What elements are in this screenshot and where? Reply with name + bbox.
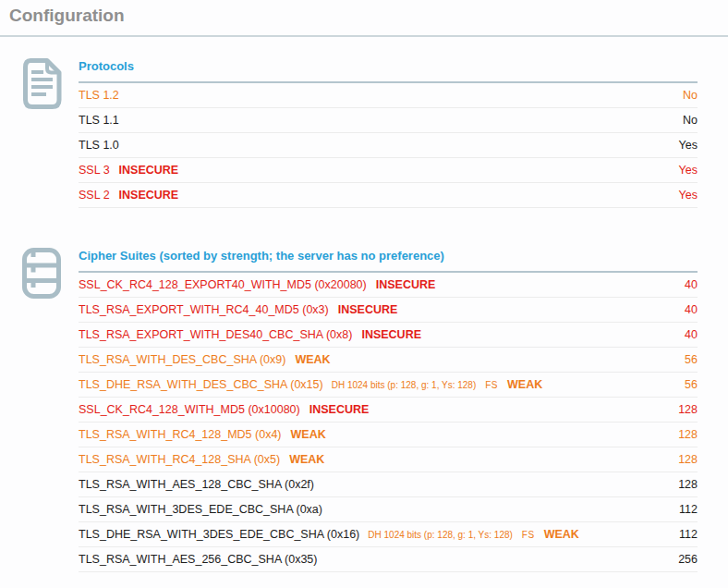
protocol-name: TLS 1.2 (79, 89, 119, 102)
dh-params-annotation: DH 1024 bits (p: 128, g: 1, Ys: 128) (368, 530, 513, 540)
page-title: Configuration (0, 0, 728, 26)
protocols-header: Protocols (79, 57, 698, 83)
strength-badge: WEAK (544, 528, 579, 541)
protocol-value: No (683, 89, 698, 102)
cipher-name: TLS_RSA_WITH_DES_CBC_SHA (0x9) (79, 353, 285, 366)
protocols-icon-column (18, 57, 79, 208)
cipher-bits: 128 (678, 428, 698, 441)
cipher-row: SSL_CK_RC4_128_WITH_MD5 (0x10080) INSECU… (79, 398, 698, 423)
security-badge: INSECURE (119, 189, 179, 202)
cipher-row: TLS_RSA_EXPORT_WITH_DES40_CBC_SHA (0x8) … (79, 323, 698, 348)
security-badge: INSECURE (119, 164, 179, 177)
cipher-name: TLS_DHE_RSA_WITH_3DES_EDE_CBC_SHA (0x16) (79, 528, 359, 541)
protocol-row: TLS 1.2 No (79, 83, 698, 108)
cipher-bits: 112 (679, 503, 698, 516)
cipher-bits: 128 (678, 478, 698, 491)
cipher-name: TLS_RSA_EXPORT_WITH_DES40_CBC_SHA (0x8) (79, 328, 352, 341)
cipher-name: TLS_RSA_WITH_RC4_128_MD5 (0x4) (79, 428, 282, 441)
cipher-bits: 128 (678, 453, 698, 466)
cipher-bits: 40 (685, 328, 698, 341)
forward-secrecy-flag: FS (485, 380, 498, 390)
cipher-name: TLS_RSA_WITH_AES_128_CBC_SHA (0x2f) (79, 478, 314, 491)
cipher-bits: 40 (685, 303, 698, 316)
cipher-name: TLS_RSA_EXPORT_WITH_RC4_40_MD5 (0x3) (79, 303, 329, 316)
ciphers-icon-column (18, 247, 79, 572)
cipher-name: TLS_RSA_WITH_AES_256_CBC_SHA (0x35) (79, 553, 317, 566)
cipher-row: TLS_RSA_EXPORT_WITH_RC4_40_MD5 (0x3) INS… (79, 298, 698, 323)
cipher-name: SSL_CK_RC4_128_WITH_MD5 (0x10080) (79, 403, 300, 416)
cipher-suites-table: Cipher Suites (sorted by strength; the s… (79, 247, 698, 572)
protocol-value: Yes (679, 139, 698, 152)
strength-badge: INSECURE (338, 303, 398, 316)
strength-badge: INSECURE (361, 328, 421, 341)
strength-badge: WEAK (295, 353, 330, 366)
title-divider (0, 35, 728, 37)
protocols-table: Protocols TLS 1.2 No TLS 1.1 No TLS 1.0 … (79, 57, 698, 208)
protocol-row: SSL 3 INSECURE Yes (79, 158, 698, 183)
forward-secrecy-flag: FS (522, 530, 535, 540)
strength-badge: WEAK (291, 428, 326, 441)
dh-params-annotation: DH 1024 bits (p: 128, g: 1, Ys: 128) (332, 380, 477, 390)
protocol-name: TLS 1.0 (79, 139, 119, 152)
cipher-row: TLS_RSA_WITH_AES_256_CBC_SHA (0x35) 256 (79, 547, 698, 572)
protocol-row: TLS 1.0 Yes (79, 133, 698, 158)
cipher-suites-section: Cipher Suites (sorted by strength; the s… (18, 247, 698, 572)
protocol-value: No (683, 114, 698, 127)
protocol-name: SSL 2 (79, 189, 110, 202)
cipher-name: TLS_DHE_RSA_WITH_DES_CBC_SHA (0x15) (79, 378, 323, 391)
cipher-name: SSL_CK_RC4_128_EXPORT40_WITH_MD5 (0x2008… (79, 278, 367, 291)
document-icon (18, 97, 67, 113)
strength-badge: INSECURE (309, 403, 370, 416)
cipher-row: TLS_RSA_WITH_AES_128_CBC_SHA (0x2f) 128 (79, 472, 698, 497)
cipher-row: TLS_RSA_WITH_3DES_EDE_CBC_SHA (0xa) 112 (79, 497, 698, 522)
cipher-name: TLS_RSA_WITH_3DES_EDE_CBC_SHA (0xa) (79, 503, 322, 516)
stack-icon (18, 287, 63, 302)
strength-badge: INSECURE (376, 278, 436, 291)
cipher-row: TLS_DHE_RSA_WITH_DES_CBC_SHA (0x15) DH 1… (79, 373, 698, 398)
protocol-name: TLS 1.1 (79, 114, 119, 127)
cipher-bits: 128 (678, 403, 698, 416)
protocol-name: SSL 3 (79, 164, 110, 177)
cipher-bits: 256 (678, 553, 698, 566)
protocol-value: Yes (679, 164, 698, 177)
cipher-row: SSL_CK_RC4_128_EXPORT40_WITH_MD5 (0x2008… (79, 273, 698, 298)
cipher-row: TLS_RSA_WITH_RC4_128_SHA (0x5) WEAK 128 (79, 447, 698, 472)
cipher-bits: 40 (685, 278, 698, 291)
strength-badge: WEAK (289, 453, 324, 466)
protocol-row: SSL 2 INSECURE Yes (79, 183, 698, 208)
cipher-bits: 56 (685, 378, 698, 391)
cipher-suites-header: Cipher Suites (sorted by strength; the s… (79, 247, 698, 273)
cipher-row: TLS_RSA_WITH_RC4_128_MD5 (0x4) WEAK 128 (79, 423, 698, 447)
protocols-section: Protocols TLS 1.2 No TLS 1.1 No TLS 1.0 … (18, 57, 698, 208)
protocol-row: TLS 1.1 No (79, 108, 698, 133)
cipher-row: TLS_RSA_WITH_DES_CBC_SHA (0x9) WEAK 56 (79, 348, 698, 373)
cipher-bits: 56 (685, 353, 698, 366)
protocol-value: Yes (679, 189, 698, 202)
cipher-bits: 112 (679, 528, 698, 541)
strength-badge: WEAK (507, 378, 542, 391)
cipher-row: TLS_DHE_RSA_WITH_3DES_EDE_CBC_SHA (0x16)… (79, 522, 698, 547)
cipher-name: TLS_RSA_WITH_RC4_128_SHA (0x5) (79, 453, 280, 466)
